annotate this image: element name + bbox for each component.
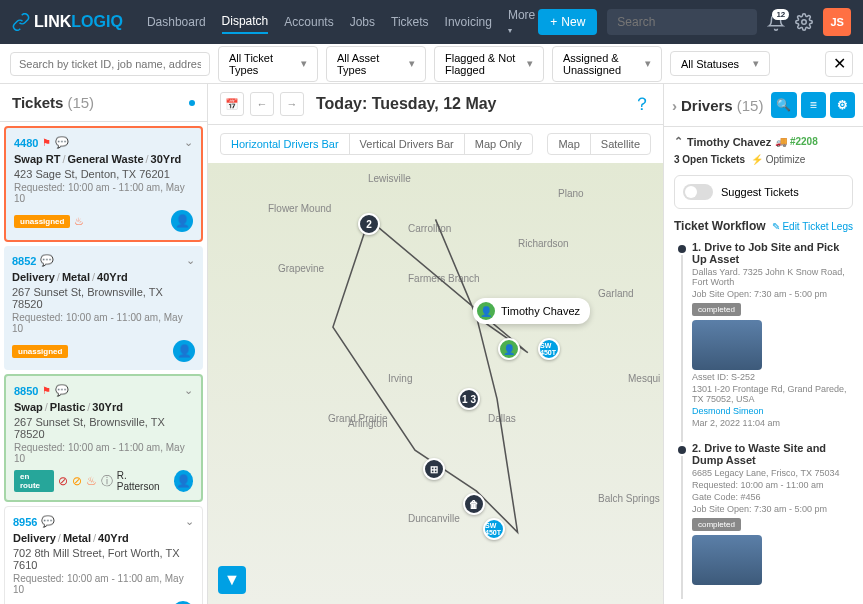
map-marker-driver[interactable]: 👤 — [498, 338, 520, 360]
nav-invoicing[interactable]: Invoicing — [445, 11, 492, 33]
map-filter-button[interactable]: ▼ — [218, 566, 246, 594]
tickets-panel-header: Tickets (15) — [0, 84, 207, 122]
map-marker[interactable]: 🗑 — [463, 493, 485, 515]
nav-accounts[interactable]: Accounts — [284, 11, 333, 33]
ticket-card[interactable]: 8850⚑💬⌄ Swap/Plastic/30Yrd 267 Sunset St… — [4, 374, 203, 502]
nav-dispatch[interactable]: Dispatch — [222, 10, 269, 34]
chevron-up-icon: ⌃ — [674, 135, 683, 148]
user-avatar[interactable]: JS — [823, 8, 851, 36]
nav-tickets[interactable]: Tickets — [391, 11, 429, 33]
driver-sort-button[interactable]: ≡ — [801, 92, 826, 118]
map-area[interactable]: LewisvillePlanoFlower MoundCarrolltonRic… — [208, 163, 663, 604]
view-tab[interactable]: Map Only — [465, 134, 532, 154]
ticket-card[interactable]: 8852💬⌄ Delivery/Metal/40Yrd 267 Sunset S… — [4, 246, 203, 370]
nav-dashboard[interactable]: Dashboard — [147, 11, 206, 33]
ticket-types-dropdown[interactable]: All Ticket Types▾ — [218, 46, 318, 82]
map-marker-asset[interactable]: SW 450T — [538, 338, 560, 360]
center-header: 📅 ← → Today: Tuesday, 12 May ？ — [208, 84, 663, 125]
map-type-tab[interactable]: Satellite — [591, 134, 650, 154]
drivers-panel-header: › Drivers (15) 🔍 ≡ ⚙ — [664, 84, 863, 127]
ticket-list: 4480⚑💬⌄ Swap RT/General Waste/30Yrd 423 … — [0, 122, 207, 604]
view-tab[interactable]: Vertical Drivers Bar — [350, 134, 465, 154]
selected-driver[interactable]: ⌃ Timothy Chavez 🚚 #2208 — [674, 135, 853, 148]
help-icon[interactable]: ？ — [633, 92, 651, 116]
map-marker[interactable]: 1 3 — [458, 388, 480, 410]
next-day-button[interactable]: → — [280, 92, 304, 116]
map-type-tab[interactable]: Map — [548, 134, 590, 154]
date-title: Today: Tuesday, 12 May — [316, 95, 497, 113]
driver-settings-button[interactable]: ⚙ — [830, 92, 855, 118]
svg-point-0 — [802, 20, 807, 25]
map-view-tabs: Horizontal Drivers BarVertical Drivers B… — [208, 125, 663, 163]
topbar: LINKLOGIQ DashboardDispatchAccountsJobsT… — [0, 0, 863, 44]
ticket-card[interactable]: 8956💬⌄ Delivery/Metal/40Yrd 702 8th Mill… — [4, 506, 203, 604]
prev-day-button[interactable]: ← — [250, 92, 274, 116]
map-marker-asset[interactable]: SW 450T — [483, 518, 505, 540]
filter-bar: All Ticket Types▾ All Asset Types▾ Flagg… — [0, 44, 863, 84]
map-marker[interactable]: ⊞ — [423, 458, 445, 480]
workflow-step: 1. Drive to Job Site and Pick Up AssetDa… — [674, 241, 853, 428]
asset-types-dropdown[interactable]: All Asset Types▾ — [326, 46, 426, 82]
settings-icon[interactable] — [795, 13, 813, 31]
notifications-icon[interactable]: 12 — [767, 13, 785, 31]
driver-search-button[interactable]: 🔍 — [771, 92, 796, 118]
nav-jobs[interactable]: Jobs — [350, 11, 375, 33]
optimize-link[interactable]: ⚡ Optimize — [751, 154, 805, 165]
new-button[interactable]: + New — [538, 9, 597, 35]
workflow-step: 2. Drive to Waste Site and Dump Asset668… — [674, 442, 853, 585]
nav-more[interactable]: More ▾ — [508, 4, 538, 40]
logo: LINKLOGIQ — [12, 13, 123, 31]
open-tickets-line: 3 Open Tickets ⚡ Optimize — [674, 154, 853, 165]
main-nav: DashboardDispatchAccountsJobsTicketsInvo… — [147, 4, 538, 40]
ticket-card[interactable]: 4480⚑💬⌄ Swap RT/General Waste/30Yrd 423 … — [4, 126, 203, 242]
toggle-switch[interactable] — [683, 184, 713, 200]
view-tab[interactable]: Horizontal Drivers Bar — [221, 134, 350, 154]
driver-popover[interactable]: 👤Timothy Chavez — [473, 298, 590, 324]
assigned-dropdown[interactable]: Assigned & Unassigned▾ — [552, 46, 662, 82]
suggest-tickets-toggle[interactable]: Suggest Tickets — [674, 175, 853, 209]
statuses-dropdown[interactable]: All Statuses▾ — [670, 51, 770, 76]
chevron-right-icon: › — [672, 97, 677, 114]
map-marker[interactable]: 2 — [358, 213, 380, 235]
truck-icon: 🚚 #2208 — [775, 136, 818, 147]
flagged-dropdown[interactable]: Flagged & Not Flagged▾ — [434, 46, 544, 82]
edit-legs-link[interactable]: ✎ Edit Ticket Legs — [772, 221, 853, 232]
calendar-icon[interactable]: 📅 — [220, 92, 244, 116]
close-filter-button[interactable]: ✕ — [825, 51, 853, 77]
ticket-search-input[interactable] — [10, 52, 210, 76]
global-search-input[interactable] — [607, 9, 757, 35]
